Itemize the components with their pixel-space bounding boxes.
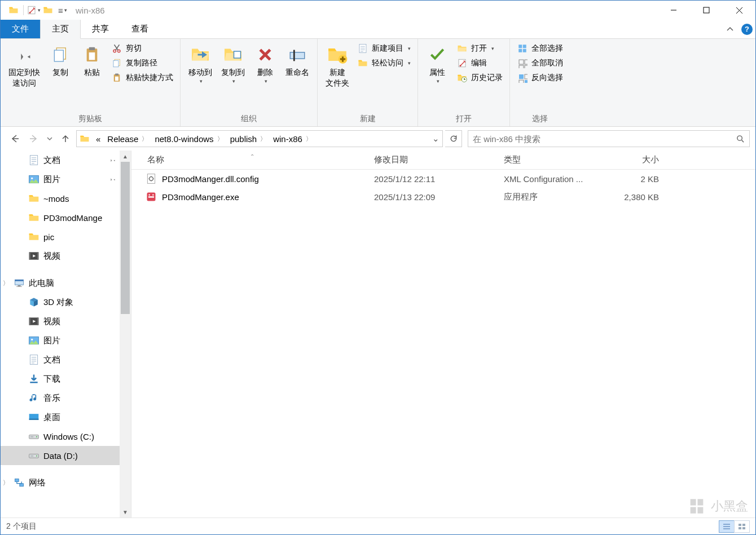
svg-rect-51 — [739, 524, 741, 526]
sidebar-scrollbar[interactable]: ▲ ▼ — [120, 151, 131, 518]
breadcrumb-segment[interactable]: Release〉 — [104, 134, 151, 144]
scroll-up[interactable]: ▲ — [120, 151, 131, 162]
refresh-button[interactable] — [445, 130, 462, 147]
tree-item[interactable]: 视频 — [1, 246, 120, 266]
close-button[interactable] — [723, 1, 755, 20]
tab-view[interactable]: 查看 — [120, 20, 160, 38]
doc-icon — [28, 154, 40, 166]
paste-button[interactable]: 粘贴 — [76, 41, 108, 80]
pin-to-quick-access[interactable]: 固定到快 速访问 — [4, 41, 45, 91]
edit-button[interactable]: 编辑 — [453, 56, 506, 70]
select-all-button[interactable]: 全部选择 — [513, 41, 566, 56]
group-new-label: 新建 — [321, 113, 414, 125]
tree-item[interactable]: 〉此电脑 — [1, 273, 120, 293]
tree-item[interactable]: 桌面 — [1, 408, 120, 427]
search-input[interactable] — [468, 134, 731, 144]
tree-item[interactable]: 图片 — [1, 170, 120, 189]
up-button[interactable] — [57, 130, 74, 147]
open-button[interactable]: 打开▾ — [453, 41, 506, 56]
column-size[interactable]: 大小 — [614, 154, 682, 165]
ribbon-collapse[interactable] — [722, 20, 739, 38]
obj3d-icon — [28, 296, 40, 308]
video-icon — [28, 315, 40, 328]
recent-dropdown[interactable] — [45, 130, 55, 147]
breadcrumb-segment[interactable]: « — [93, 134, 104, 144]
search-box[interactable] — [468, 130, 750, 147]
copy-path-button[interactable]: 复制路径 — [108, 56, 177, 70]
group-organize-label: 组织 — [184, 113, 314, 125]
file-row[interactable]: PD3modManger.dll.config2025/1/12 22:11XM… — [131, 170, 755, 188]
new-folder-button[interactable]: 新建 文件夹 — [321, 41, 354, 91]
column-name[interactable]: ⌃名称 — [131, 154, 374, 165]
tree-item[interactable]: 音乐 — [1, 388, 120, 408]
explorer-window: ▾ ≡▾ win-x86 文件 主页 共享 查看 ? 固定到快 速访问 复制 粘… — [0, 0, 756, 535]
folder-icon — [28, 231, 40, 243]
back-button[interactable] — [6, 130, 23, 147]
file-row[interactable]: PD3modManger.exe2025/1/13 22:09应用程序2,380… — [131, 188, 755, 206]
move-to-button[interactable]: 移动到▾ — [184, 41, 217, 87]
pin-icon — [108, 175, 116, 184]
tree-item[interactable]: pic — [1, 227, 120, 246]
doc-icon — [28, 353, 40, 366]
address-bar[interactable]: «Release〉net8.0-windows〉publish〉win-x86〉… — [76, 130, 443, 147]
paste-shortcut-button[interactable]: 粘贴快捷方式 — [108, 70, 177, 85]
tree-item[interactable]: Data (D:) — [1, 446, 120, 465]
svg-rect-50 — [525, 80, 528, 83]
tree-item[interactable]: 〉网络 — [1, 473, 120, 492]
svg-rect-47 — [519, 74, 524, 79]
drive-icon — [28, 430, 40, 443]
svg-rect-46 — [525, 65, 528, 68]
help-button[interactable]: ? — [739, 20, 755, 38]
details-view-button[interactable] — [719, 520, 735, 533]
scroll-thumb[interactable] — [121, 162, 130, 314]
pic-icon — [28, 334, 40, 347]
maximize-button[interactable] — [690, 1, 723, 20]
copy-button[interactable]: 复制 — [45, 41, 76, 80]
group-open-label: 打开 — [421, 113, 506, 125]
tree-item[interactable]: 3D 对象 — [1, 293, 120, 312]
rename-button[interactable]: 重命名 — [281, 41, 314, 80]
tab-file[interactable]: 文件 — [1, 20, 40, 38]
window-title: win-x86 — [76, 6, 105, 15]
invert-selection-button[interactable]: 反向选择 — [513, 70, 566, 85]
file-list: ⌃名称 修改日期 类型 大小 PD3modManger.dll.config20… — [131, 151, 755, 518]
breadcrumb-segment[interactable]: net8.0-windows〉 — [151, 134, 226, 144]
breadcrumb-segment[interactable]: win-x86〉 — [270, 134, 315, 144]
video-icon — [28, 250, 40, 262]
column-type[interactable]: 类型 — [504, 154, 614, 165]
history-button[interactable]: 历史记录 — [453, 70, 506, 85]
properties-button[interactable]: 属性▾ — [421, 41, 453, 87]
forward-button[interactable] — [25, 130, 42, 147]
new-item-button[interactable]: 新建项目▾ — [354, 41, 414, 56]
search-icon[interactable] — [731, 134, 749, 144]
titlebar: ▾ ≡▾ win-x86 — [1, 1, 755, 20]
tree-item[interactable]: ~mods — [1, 189, 120, 208]
copy-to-button[interactable]: 复制到▾ — [217, 41, 249, 87]
qat-properties[interactable]: ▾ — [26, 3, 41, 17]
scroll-down[interactable]: ▼ — [120, 506, 131, 518]
tree-item[interactable]: 图片 — [1, 331, 120, 350]
tab-home[interactable]: 主页 — [40, 20, 81, 39]
delete-button[interactable]: 删除▾ — [249, 41, 281, 87]
tree-item[interactable]: 下载 — [1, 369, 120, 388]
qat-customize[interactable]: ≡▾ — [55, 3, 70, 17]
tab-share[interactable]: 共享 — [81, 20, 120, 38]
address-dropdown[interactable]: ⌄ — [429, 134, 442, 144]
svg-rect-45 — [519, 65, 524, 68]
file-icon — [145, 173, 157, 185]
minimize-button[interactable] — [657, 1, 690, 20]
column-date[interactable]: 修改日期 — [374, 154, 504, 165]
tree-item[interactable]: 文档 — [1, 151, 120, 170]
tree-item[interactable]: Windows (C:) — [1, 427, 120, 446]
tree-item[interactable]: 视频 — [1, 312, 120, 331]
folder-icon — [41, 3, 55, 17]
cut-button[interactable]: 剪切 — [108, 41, 177, 56]
navigation-pane: 文档图片~modsPD3modMangepic视频〉此电脑3D 对象视频图片文档… — [1, 151, 131, 518]
icons-view-button[interactable] — [734, 520, 750, 533]
tree-item[interactable]: PD3modMange — [1, 208, 120, 227]
easy-access-button[interactable]: 轻松访问▾ — [354, 56, 414, 70]
status-bar: 2 个项目 — [1, 518, 755, 534]
select-none-button[interactable]: 全部取消 — [513, 56, 566, 70]
breadcrumb-segment[interactable]: publish〉 — [227, 134, 270, 144]
tree-item[interactable]: 文档 — [1, 350, 120, 369]
